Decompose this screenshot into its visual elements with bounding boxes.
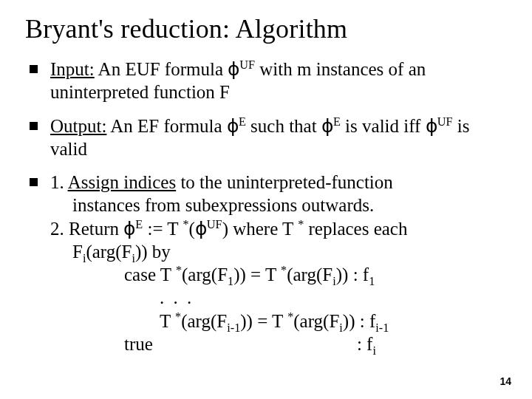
output-sup-e2: E [333, 115, 341, 128]
step1-num: 1. [50, 172, 68, 192]
step2-fi-c: )) by [135, 242, 171, 262]
true-colon: : f [357, 334, 373, 354]
true-line: true: fi [50, 332, 507, 355]
case1-b: (arg(F [182, 265, 228, 284]
input-sup-uf: UF [239, 58, 255, 72]
case1-e: )) [336, 265, 349, 284]
output-sup-e1: E [239, 115, 246, 128]
step2-sup-uf: UF [207, 217, 222, 231]
input-label: Input: [50, 59, 95, 79]
case1-sub1: 1 [228, 275, 233, 288]
step1-line2: instances from subexpressions outwards. [50, 194, 507, 216]
case2-b: (arg(F [181, 311, 227, 331]
case1-fsub: 1 [369, 275, 375, 288]
case1-a: case T [124, 265, 176, 284]
case-line-2: T *(arg(Fi-1)) = T *(arg(Fi)) : fi-1 [50, 310, 507, 332]
output-label: Output: [50, 116, 106, 136]
case2-colon: : f [355, 311, 376, 331]
output-text-2: such that ϕ [246, 116, 333, 136]
step2-line1: 2. Return ϕE := T *(ϕUF) where T * repla… [50, 217, 507, 240]
bullet-output: Output: An EF formula ϕE such that ϕE is… [28, 115, 507, 161]
output-text-1: An EF formula ϕ [106, 116, 239, 136]
slide-title: Bryant's reduction: Algorithm [25, 13, 507, 44]
page-number: 14 [499, 375, 511, 387]
step1-rest: to the uninterpreted-function [176, 172, 393, 192]
dots-line: . . . [50, 286, 507, 309]
case1-d: (arg(F [287, 265, 332, 284]
case2-fsub: i-1 [375, 321, 389, 335]
step2-b: := T [143, 219, 183, 239]
case2-a: T [160, 311, 175, 331]
output-text-3: is valid iff ϕ [341, 116, 437, 136]
step2-fi-a: F [72, 242, 83, 262]
case1-star2: * [281, 264, 287, 277]
bullet-steps: 1. Assign indices to the uninterpreted-f… [28, 171, 507, 355]
output-sup-uf: UF [437, 115, 453, 128]
case2-c: )) = T [240, 311, 287, 331]
case-line-1: case T *(arg(F1)) = T *(arg(Fi)) : f1 [50, 263, 507, 286]
step2-c: (ϕ [189, 219, 207, 239]
case1-colon: : f [348, 265, 369, 284]
bullet-input: Input: An EUF formula ϕUF with m instanc… [28, 58, 507, 104]
step2-a: 2. Return ϕ [50, 219, 135, 239]
case2-e: )) [343, 311, 355, 331]
case1-star1: * [176, 264, 182, 277]
true-label: true [124, 334, 153, 354]
case1-c: )) = T [233, 265, 281, 284]
step2-d: ) where T [222, 219, 299, 239]
slide: Bryant's reduction: Algorithm Input: An … [0, 0, 532, 399]
bullet-list: Input: An EUF formula ϕUF with m instanc… [25, 58, 507, 355]
case2-d: (arg(F [293, 311, 339, 331]
case2-star1: * [175, 310, 181, 323]
input-text-1: An EUF formula ϕ [95, 59, 240, 79]
step2-e: replaces each [304, 219, 407, 239]
step2-line2: Fi(arg(Fi)) by [50, 240, 507, 263]
step2-sup-e: E [135, 217, 143, 231]
step2-star1: * [183, 217, 188, 231]
true-sub: i [372, 344, 376, 358]
step1-underline: Assign indices [68, 172, 177, 192]
step2-fi-b: (arg(F [86, 242, 132, 262]
step1-line1: 1. Assign indices to the uninterpreted-f… [50, 171, 507, 194]
